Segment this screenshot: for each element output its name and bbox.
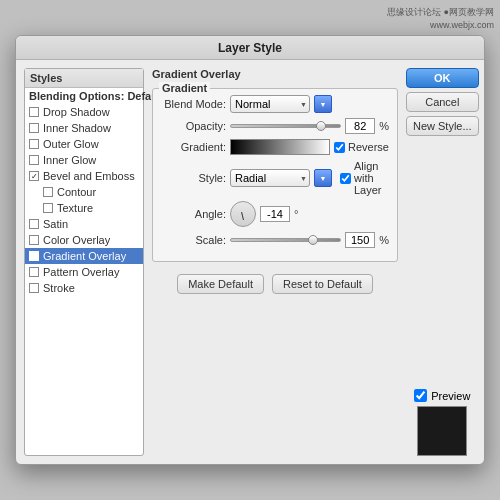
stroke-label: Stroke <box>43 282 75 294</box>
blend-mode-label: Blend Mode: <box>161 98 226 110</box>
blend-mode-select[interactable]: Normal <box>230 95 310 113</box>
blend-mode-value: Normal <box>235 98 270 110</box>
inner-shadow-label: Inner Shadow <box>43 122 111 134</box>
gradient-preview[interactable] <box>230 139 330 155</box>
sidebar-item-outer-glow[interactable]: Outer Glow <box>25 136 143 152</box>
color-overlay-label: Color Overlay <box>43 234 110 246</box>
angle-label: Angle: <box>161 208 226 220</box>
main-panel: Gradient Overlay Gradient Blend Mode: No… <box>152 68 398 456</box>
blend-mode-row: Blend Mode: Normal ▼ <box>161 95 389 113</box>
make-default-button[interactable]: Make Default <box>177 274 264 294</box>
gradient-group: Gradient Blend Mode: Normal ▼ Opacity: <box>152 88 398 262</box>
inner-glow-checkbox[interactable] <box>29 155 39 165</box>
dialog-right-panel: OK Cancel New Style... Preview <box>406 68 479 456</box>
layer-style-dialog: Layer Style Styles Blending Options: Def… <box>15 35 485 465</box>
scale-unit: % <box>379 234 389 246</box>
sidebar-item-inner-shadow[interactable]: Inner Shadow <box>25 120 143 136</box>
opacity-slider-track[interactable] <box>230 124 341 128</box>
reverse-checkbox[interactable] <box>334 142 345 153</box>
scale-row: Scale: % <box>161 232 389 248</box>
style-arrow[interactable]: ▼ <box>314 169 332 187</box>
sidebar-item-pattern-overlay[interactable]: Pattern Overlay <box>25 264 143 280</box>
cancel-button[interactable]: Cancel <box>406 92 479 112</box>
texture-checkbox[interactable] <box>43 203 53 213</box>
drop-shadow-label: Drop Shadow <box>43 106 110 118</box>
inner-glow-label: Inner Glow <box>43 154 96 166</box>
contour-checkbox[interactable] <box>43 187 53 197</box>
stroke-checkbox[interactable] <box>29 283 39 293</box>
style-value: Radial <box>235 172 266 184</box>
angle-row: Angle: ° <box>161 201 389 227</box>
sidebar-item-bevel-emboss[interactable]: Bevel and Emboss <box>25 168 143 184</box>
gradient-overlay-label: Gradient Overlay <box>43 250 126 262</box>
satin-label: Satin <box>43 218 68 230</box>
align-layer-text: Align with Layer <box>354 160 389 196</box>
sidebar-item-blending-options[interactable]: Blending Options: Default <box>25 88 143 104</box>
angle-dial[interactable] <box>230 201 256 227</box>
gradient-overlay-checkbox[interactable] <box>29 251 39 261</box>
blend-mode-arrow[interactable]: ▼ <box>314 95 332 113</box>
reverse-text: Reverse <box>348 141 389 153</box>
style-label: Style: <box>161 172 226 184</box>
gradient-group-title: Gradient <box>159 82 210 94</box>
sidebar-item-inner-glow[interactable]: Inner Glow <box>25 152 143 168</box>
scale-slider-track[interactable] <box>230 238 341 242</box>
sidebar-item-contour[interactable]: Contour <box>25 184 143 200</box>
gradient-label: Gradient: <box>161 141 226 153</box>
sidebar-item-texture[interactable]: Texture <box>25 200 143 216</box>
gradient-row: Gradient: Reverse <box>161 139 389 155</box>
scale-slider-container <box>230 238 341 242</box>
reset-to-default-button[interactable]: Reset to Default <box>272 274 373 294</box>
opacity-slider-container <box>230 124 341 128</box>
scale-input[interactable] <box>345 232 375 248</box>
align-layer-label[interactable]: Align with Layer <box>340 160 389 196</box>
angle-input[interactable] <box>260 206 290 222</box>
sidebar-item-drop-shadow[interactable]: Drop Shadow <box>25 104 143 120</box>
inner-shadow-checkbox[interactable] <box>29 123 39 133</box>
watermark: 思缘设计论坛 ●网页教学网www.webjx.com <box>387 6 494 31</box>
preview-checkbox[interactable] <box>414 389 427 402</box>
style-select[interactable]: Radial <box>230 169 310 187</box>
style-row: Style: Radial ▼ Align with Layer <box>161 160 389 196</box>
preview-label-text: Preview <box>431 390 470 402</box>
scale-slider-thumb[interactable] <box>308 235 318 245</box>
ok-button[interactable]: OK <box>406 68 479 88</box>
styles-sidebar: Styles Blending Options: Default Drop Sh… <box>24 68 144 456</box>
bevel-emboss-checkbox[interactable] <box>29 171 39 181</box>
pattern-overlay-checkbox[interactable] <box>29 267 39 277</box>
blending-options-label: Blending Options: Default <box>29 90 165 102</box>
outer-glow-checkbox[interactable] <box>29 139 39 149</box>
new-style-button[interactable]: New Style... <box>406 116 479 136</box>
contour-label: Contour <box>57 186 96 198</box>
preview-area: Preview <box>406 389 479 456</box>
align-layer-checkbox[interactable] <box>340 173 351 184</box>
preview-checkbox-label[interactable]: Preview <box>414 389 470 402</box>
opacity-input[interactable] <box>345 118 375 134</box>
opacity-unit: % <box>379 120 389 132</box>
bevel-emboss-label: Bevel and Emboss <box>43 170 135 182</box>
preview-thumbnail <box>417 406 467 456</box>
sidebar-item-satin[interactable]: Satin <box>25 216 143 232</box>
pattern-overlay-label: Pattern Overlay <box>43 266 119 278</box>
color-overlay-checkbox[interactable] <box>29 235 39 245</box>
sidebar-item-color-overlay[interactable]: Color Overlay <box>25 232 143 248</box>
sidebar-item-stroke[interactable]: Stroke <box>25 280 143 296</box>
opacity-row: Opacity: % <box>161 118 389 134</box>
angle-unit: ° <box>294 208 298 220</box>
dialog-title: Layer Style <box>16 36 484 60</box>
opacity-label: Opacity: <box>161 120 226 132</box>
drop-shadow-checkbox[interactable] <box>29 107 39 117</box>
reverse-label[interactable]: Reverse <box>334 141 389 153</box>
satin-checkbox[interactable] <box>29 219 39 229</box>
panel-title: Gradient Overlay <box>152 68 398 80</box>
styles-header: Styles <box>25 69 143 88</box>
texture-label: Texture <box>57 202 93 214</box>
sidebar-item-gradient-overlay[interactable]: Gradient Overlay <box>25 248 143 264</box>
bottom-buttons: Make Default Reset to Default <box>152 268 398 302</box>
scale-label: Scale: <box>161 234 226 246</box>
angle-indicator <box>241 212 244 220</box>
outer-glow-label: Outer Glow <box>43 138 99 150</box>
opacity-slider-thumb[interactable] <box>316 121 326 131</box>
